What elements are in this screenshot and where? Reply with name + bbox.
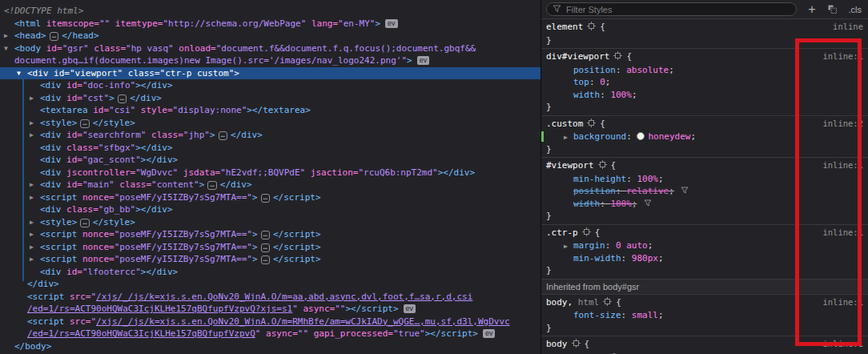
markup-line[interactable]: </div> [0,278,540,291]
markup-line[interactable]: ▶<script nonce="poseMF/yI5IZBy7sSg7MTA==… [0,228,540,241]
markup-line[interactable]: <div id="lfootercc"></div> [0,266,540,279]
event-badge[interactable]: ev [483,329,496,338]
css-declaration[interactable]: min-height: 100%; [546,173,863,186]
rule-selector[interactable]: body [546,339,568,349]
css-declaration[interactable]: position: absolute; [546,64,863,77]
markup-line[interactable]: <div id="gac_scont"></div> [0,154,540,167]
property-value[interactable]: 100% [610,199,632,209]
collapsed-content-icon[interactable]: … [261,231,270,239]
markup-line[interactable]: ▶<div id="searchform" class="jhp">…</div… [0,129,540,142]
property-value[interactable]: 980px [632,253,658,263]
property-value[interactable]: small [632,310,658,320]
rule-source-link[interactable]: inline [833,21,863,34]
token-link[interactable]: /xjs/_/js/k=xjs.s.en.QoNv20_WjnA.O/m=aa,… [96,292,472,302]
css-declaration[interactable]: width: 100%; [546,89,863,102]
rule-source-link[interactable]: inline:1 [822,50,863,63]
css-declaration[interactable]: min-width: 980px; [546,252,863,265]
collapsed-content-icon[interactable]: … [118,95,127,103]
property-name[interactable]: background [573,131,626,142]
collapsed-content-icon[interactable]: … [50,32,58,41]
selector-highlighter-icon[interactable] [572,339,581,352]
selector-highlighter-icon[interactable] [603,297,612,310]
event-badge[interactable]: ev [404,304,416,313]
markup-line[interactable]: <div jscontroller="WgDvvc" jsdata="hE2vd… [0,167,540,179]
css-declaration[interactable]: position: relative; [546,185,863,198]
expand-arrow-icon[interactable]: ▶ [30,191,40,204]
token-link[interactable]: /ed=1/rs=ACT90oHQWaC3IcjKLHe157qBQfupfVz… [27,304,292,314]
markup-line[interactable]: <script src="/xjs/_/js/k=xjs.s.en.QoNv20… [0,316,540,328]
markup-line[interactable]: ▼<body id="gsr" class="hp vasq" onload="… [0,42,540,55]
markup-line[interactable]: ▶<style>…</style> [0,117,540,130]
toggle-pseudo-class-panel-button[interactable] [827,4,838,17]
rule-selector[interactable]: .ctr-p [546,227,578,238]
markup-line[interactable]: <html itemscope="" itemtype="http://sche… [0,18,540,30]
event-badge[interactable]: ev [385,19,398,28]
markup-line[interactable]: ▶<div id="main" class="content">…</div> [0,179,540,191]
rule-source-link[interactable]: inline:1 [822,227,863,239]
css-declaration[interactable]: width: 100%; [546,198,863,211]
markup-line[interactable]: <textarea id="csi" style="display:none">… [0,104,540,117]
property-name[interactable]: min-width [573,253,621,263]
collapse-arrow-icon[interactable]: ▼ [17,67,27,80]
property-name[interactable]: width [573,90,600,100]
selector-highlighter-icon[interactable] [598,160,607,173]
markup-line[interactable]: document.gbq…if(document.images)new Imag… [0,54,540,67]
property-name[interactable]: margin [573,240,605,251]
collapsed-content-icon[interactable]: … [219,131,227,140]
markup-line[interactable]: ▶<script nonce="poseMF/yI5IZBy7sSg7MTA==… [0,253,540,266]
rule-selector[interactable]: #viewport [546,160,594,171]
token-link[interactable]: /xjs/_/js/k=xjs.s.en.QoNv20_WjnA.O/m=RMh… [96,316,510,327]
property-name[interactable]: width [573,199,600,209]
add-rule-button[interactable]: + [808,3,815,16]
token-link[interactable]: /ed=1/rs=ACT90oHQWaC3IcjKLHe157qBQfupfVz… [27,328,255,339]
property-value[interactable]: relative [626,186,669,196]
rule-source-link[interactable]: inline:1 [822,338,863,351]
expand-arrow-icon[interactable]: ▶ [30,117,40,130]
markup-line[interactable]: <!DOCTYPE html> [0,5,540,18]
rule-source-link[interactable]: inline:1 [822,296,863,309]
collapse-arrow-icon[interactable]: ▼ [4,42,14,55]
collapsed-content-icon[interactable]: … [261,243,270,252]
rule-selector[interactable]: element [546,22,583,32]
css-declaration[interactable]: font-size: small; [546,309,863,322]
property-name[interactable]: top [573,77,589,87]
css-declaration[interactable]: ▶margin: 0 auto; [546,239,863,252]
property-value[interactable]: absolute [626,65,669,75]
collapsed-content-icon[interactable]: … [80,219,89,227]
collapsed-content-icon[interactable]: … [207,181,216,190]
css-declaration[interactable]: ▶background: honeydew; [546,131,863,143]
expand-arrow-icon[interactable]: ▶ [30,228,40,241]
expand-arrow-icon[interactable]: ▶ [30,92,40,105]
css-declaration[interactable]: top: 0; [546,76,863,89]
property-name[interactable]: position [573,186,616,196]
overridden-filter-icon[interactable] [681,186,689,196]
filter-styles-input[interactable] [546,2,797,16]
markup-line[interactable]: /ed=1/rs=ACT90oHQWaC3IcjKLHe157qBQfupfVz… [0,328,540,340]
event-badge[interactable]: ev [417,56,430,65]
selector-highlighter-icon[interactable] [587,119,596,131]
color-swatch[interactable] [637,132,645,140]
markup-line[interactable]: ▶<script nonce="poseMF/yI5IZBy7sSg7MTA==… [0,241,540,254]
property-expand-icon[interactable]: ▶ [564,131,568,144]
markup-line[interactable]: </body> [0,340,540,353]
markup-line[interactable]: ▶<script nonce="poseMF/yI5IZBy7sSg7MTA==… [0,191,540,204]
expand-arrow-icon[interactable]: ▶ [30,179,40,191]
rule-selector[interactable]: div#viewport [546,51,609,62]
markup-line[interactable]: ▶<style>…</style> [0,216,540,229]
overridden-filter-icon[interactable] [644,199,652,209]
toggle-classes-button[interactable]: .cls [849,5,862,14]
property-name[interactable]: font-size [573,310,621,320]
selector-highlighter-icon[interactable] [613,51,622,64]
expand-arrow-icon[interactable]: ▶ [30,241,40,254]
markup-line[interactable]: /ed=1/rs=ACT90oHQWaC3IcjKLHe157qBQfupfVz… [0,303,540,316]
expand-arrow-icon[interactable]: ▶ [30,253,40,266]
rule-selector[interactable]: .custom [546,119,583,129]
property-expand-icon[interactable]: ▶ [564,240,568,253]
collapsed-content-icon[interactable]: … [80,119,89,128]
markup-line[interactable]: <script src="/xjs/_/js/k=xjs.s.en.QoNv20… [0,291,540,304]
collapsed-content-icon[interactable]: … [261,255,270,264]
css-declaration[interactable]: color: #222; [546,352,863,354]
markup-line[interactable]: ▼<div id="viewport" class="ctr-p custom"… [0,67,540,80]
property-value[interactable]: 0 auto [616,240,648,251]
property-value[interactable]: 100% [610,90,632,100]
